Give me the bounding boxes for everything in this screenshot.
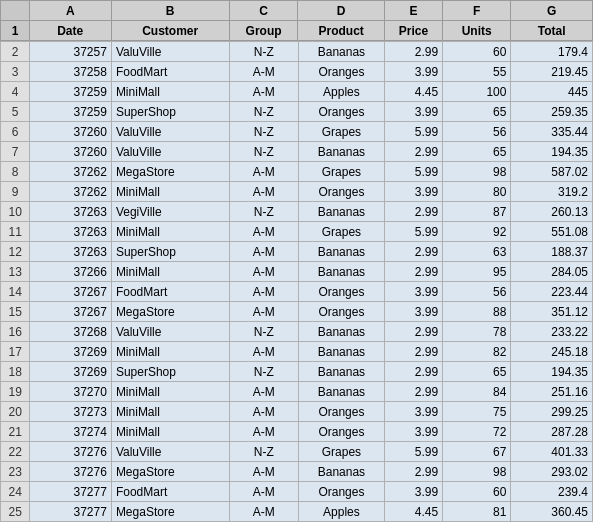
cell-customer: VegiVille	[111, 202, 229, 222]
cell-group: A-M	[230, 242, 298, 262]
cell-customer: MiniMall	[111, 222, 229, 242]
row-num: 7	[1, 142, 30, 162]
cell-date: 37276	[30, 442, 111, 462]
cell-product: Bananas	[298, 262, 385, 282]
cell-customer: ValuVille	[111, 42, 229, 62]
cell-customer: MegaStore	[111, 462, 229, 482]
cell-total: 239.4	[511, 482, 593, 502]
cell-customer: SuperShop	[111, 362, 229, 382]
cell-group: A-M	[230, 462, 298, 482]
cell-date: 37263	[30, 202, 111, 222]
cell-total: 251.16	[511, 382, 593, 402]
cell-price: 2.99	[385, 242, 443, 262]
row-num: 23	[1, 462, 30, 482]
cell-product: Oranges	[298, 422, 385, 442]
cell-units: 56	[443, 122, 511, 142]
col-letter-g: G	[511, 1, 593, 21]
cell-price: 2.99	[385, 362, 443, 382]
cell-total: 179.4	[511, 42, 593, 62]
row-num: 20	[1, 402, 30, 422]
cell-product: Oranges	[298, 482, 385, 502]
cell-total: 335.44	[511, 122, 593, 142]
cell-product: Grapes	[298, 442, 385, 462]
cell-date: 37277	[30, 482, 111, 502]
cell-price: 3.99	[385, 182, 443, 202]
cell-date: 37258	[30, 62, 111, 82]
cell-product: Grapes	[298, 122, 385, 142]
cell-units: 65	[443, 142, 511, 162]
cell-customer: FoodMart	[111, 282, 229, 302]
cell-units: 98	[443, 462, 511, 482]
cell-group: N-Z	[230, 202, 298, 222]
cell-customer: SuperShop	[111, 242, 229, 262]
cell-group: A-M	[230, 342, 298, 362]
cell-units: 63	[443, 242, 511, 262]
col-letter-f: F	[442, 1, 510, 21]
table-row: 337258FoodMartA-MOranges3.9955219.45	[1, 62, 593, 82]
cell-product: Oranges	[298, 62, 385, 82]
cell-group: N-Z	[230, 362, 298, 382]
cell-group: A-M	[230, 302, 298, 322]
cell-units: 56	[443, 282, 511, 302]
cell-total: 223.44	[511, 282, 593, 302]
cell-units: 65	[443, 362, 511, 382]
row-num: 17	[1, 342, 30, 362]
cell-units: 55	[443, 62, 511, 82]
cell-customer: MiniMall	[111, 422, 229, 442]
cell-customer: ValuVille	[111, 142, 229, 162]
cell-total: 194.35	[511, 362, 593, 382]
cell-units: 98	[443, 162, 511, 182]
table-row: 1637268ValuVilleN-ZBananas2.9978233.22	[1, 322, 593, 342]
cell-product: Grapes	[298, 162, 385, 182]
col-letter-a: A	[29, 1, 111, 21]
row-num: 16	[1, 322, 30, 342]
cell-total: 188.37	[511, 242, 593, 262]
cell-customer: ValuVille	[111, 442, 229, 462]
cell-date: 37269	[30, 362, 111, 382]
table-row: 1137263MiniMallA-MGrapes5.9992551.08	[1, 222, 593, 242]
header-price: Price	[385, 21, 443, 41]
table-row: 1037263VegiVilleN-ZBananas2.9987260.13	[1, 202, 593, 222]
cell-price: 4.45	[385, 82, 443, 102]
table-row: 837262MegaStoreA-MGrapes5.9998587.02	[1, 162, 593, 182]
cell-price: 2.99	[385, 462, 443, 482]
cell-units: 78	[443, 322, 511, 342]
cell-customer: MegaStore	[111, 502, 229, 522]
cell-total: 287.28	[511, 422, 593, 442]
row-num-header: 1	[1, 21, 30, 41]
table-row: 437259MiniMallA-MApples4.45100445	[1, 82, 593, 102]
table-row: 1337266MiniMallA-MBananas2.9995284.05	[1, 262, 593, 282]
cell-price: 3.99	[385, 422, 443, 442]
cell-units: 84	[443, 382, 511, 402]
col-letter-e: E	[385, 1, 443, 21]
cell-units: 100	[443, 82, 511, 102]
column-letter-row: A B C D E F G	[1, 1, 593, 21]
cell-group: A-M	[230, 382, 298, 402]
cell-group: A-M	[230, 422, 298, 442]
row-num: 12	[1, 242, 30, 262]
row-num: 4	[1, 82, 30, 102]
table-row: 2237276ValuVilleN-ZGrapes5.9967401.33	[1, 442, 593, 462]
row-num: 19	[1, 382, 30, 402]
cell-product: Bananas	[298, 322, 385, 342]
cell-group: N-Z	[230, 122, 298, 142]
header-date: Date	[29, 21, 111, 41]
cell-group: N-Z	[230, 142, 298, 162]
row-num: 11	[1, 222, 30, 242]
cell-customer: MiniMall	[111, 382, 229, 402]
cell-units: 67	[443, 442, 511, 462]
cell-group: A-M	[230, 262, 298, 282]
col-letter-b: B	[111, 1, 229, 21]
header-units: Units	[442, 21, 510, 41]
table-row: 2537277MegaStoreA-MApples4.4581360.45	[1, 502, 593, 522]
row-num: 3	[1, 62, 30, 82]
row-num: 21	[1, 422, 30, 442]
table-row: 2337276MegaStoreA-MBananas2.9998293.02	[1, 462, 593, 482]
cell-total: 587.02	[511, 162, 593, 182]
cell-product: Grapes	[298, 222, 385, 242]
cell-product: Oranges	[298, 182, 385, 202]
cell-product: Bananas	[298, 462, 385, 482]
cell-date: 37273	[30, 402, 111, 422]
col-letter-c: C	[229, 1, 297, 21]
row-num: 24	[1, 482, 30, 502]
